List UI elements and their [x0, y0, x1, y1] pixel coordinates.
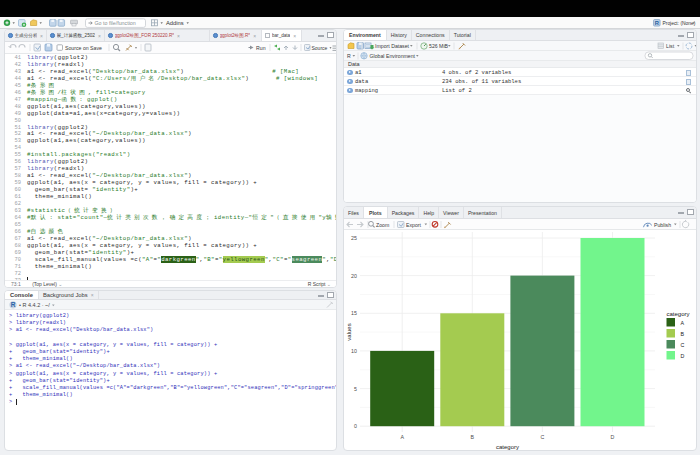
svg-text:Export: Export [406, 222, 422, 228]
svg-text:Global Environment: Global Environment [370, 53, 416, 59]
svg-text:values: values [346, 323, 352, 340]
svg-text:0: 0 [354, 423, 357, 429]
svg-text:15: 15 [351, 310, 357, 316]
svg-text:C: C [540, 434, 544, 440]
svg-text:• R 4.4.2 · ~/: • R 4.4.2 · ~/ [19, 302, 50, 308]
svg-text:25: 25 [351, 235, 357, 241]
svg-text:R: R [11, 301, 16, 308]
svg-text:List: List [666, 43, 675, 49]
svg-text:Source: Source [312, 45, 328, 51]
svg-text:5: 5 [354, 386, 357, 392]
svg-text:category: category [667, 311, 690, 317]
svg-text:Run: Run [256, 45, 266, 51]
svg-text:Project: (None): Project: (None) [663, 21, 696, 26]
svg-text:A: A [681, 320, 685, 326]
svg-text:category: category [496, 444, 519, 450]
svg-text:R: R [347, 53, 351, 59]
svg-text:C: C [681, 342, 685, 348]
svg-text:Import Dataset: Import Dataset [375, 43, 410, 49]
svg-text:526 MiB: 526 MiB [429, 43, 449, 49]
svg-text:D: D [681, 353, 685, 359]
svg-text:Publish: Publish [654, 222, 671, 228]
svg-text:Source on Save: Source on Save [65, 45, 102, 51]
svg-text:Addins: Addins [166, 20, 184, 26]
svg-text:Zoom: Zoom [376, 222, 389, 228]
svg-text:Go to file/function: Go to file/function [95, 20, 136, 26]
svg-text:B: B [471, 434, 475, 440]
svg-text:D: D [611, 434, 615, 440]
svg-text:10: 10 [351, 348, 357, 354]
svg-text:A: A [400, 434, 404, 440]
svg-text:B: B [681, 331, 685, 337]
svg-text:20: 20 [351, 273, 357, 279]
